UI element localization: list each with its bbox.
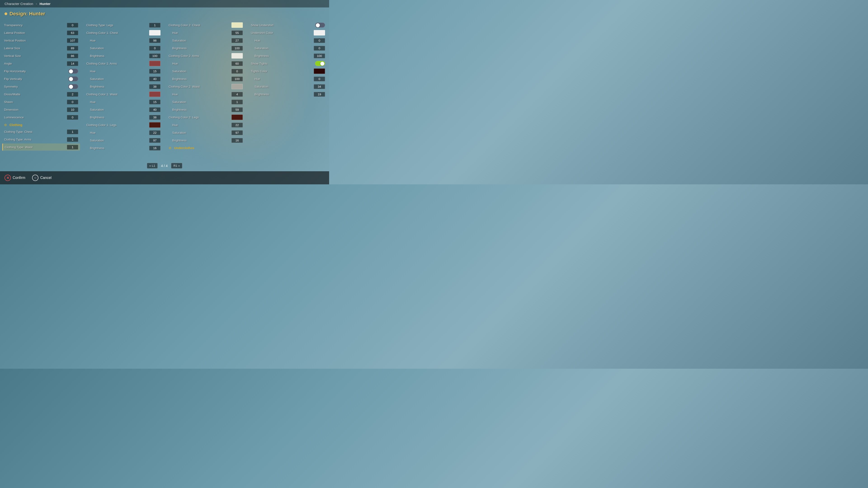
param-value[interactable]: 1	[67, 129, 78, 134]
prev-page-button[interactable]: « L1	[147, 163, 158, 168]
param-value[interactable]: 0	[314, 46, 325, 51]
param-row: Brightness38	[85, 83, 162, 90]
param-value[interactable]: 0	[314, 38, 325, 43]
param-row: Clothing Color 1: Waist	[85, 91, 162, 98]
param-value[interactable]: 40	[149, 107, 160, 112]
color-swatch[interactable]	[231, 84, 243, 89]
param-label: Vertical Size	[4, 54, 67, 58]
param-row: Lateral Size89	[2, 44, 80, 52]
next-arrows: »	[178, 164, 180, 167]
param-value[interactable]: 22	[231, 123, 243, 127]
param-label: Saturation	[251, 46, 314, 50]
param-label: Clothing Color 1: Waist	[86, 93, 149, 96]
breadcrumb-root[interactable]: Character Creation	[4, 2, 33, 6]
param-value[interactable]: 0	[67, 100, 78, 104]
param-value[interactable]: 38	[149, 115, 160, 120]
param-label: Saturation	[168, 100, 231, 104]
param-value[interactable]: 1	[231, 100, 243, 104]
param-value[interactable]: 19	[314, 92, 325, 97]
param-value[interactable]: 100	[231, 76, 243, 81]
color-swatch[interactable]	[231, 115, 243, 120]
param-value[interactable]: 63	[67, 31, 78, 35]
next-page-button[interactable]: R1 »	[171, 163, 182, 168]
param-label: Brightness	[168, 77, 231, 80]
param-row: Transparency0	[2, 22, 80, 29]
param-value[interactable]: 0	[231, 69, 243, 74]
param-value[interactable]: 97	[149, 138, 160, 143]
param-value[interactable]: 1	[67, 137, 78, 142]
param-label: Clothing Color 2: Waist	[168, 85, 231, 88]
param-value[interactable]: 10	[67, 107, 78, 112]
param-value[interactable]: 0	[67, 115, 78, 120]
toggle-knob	[320, 62, 324, 66]
confirm-label: Confirm	[13, 176, 25, 180]
param-value[interactable]: 15	[149, 69, 160, 74]
color-swatch[interactable]	[149, 61, 160, 66]
param-row: Clothing Color 1: Chest	[85, 29, 162, 36]
param-label: Clothing Type: Chest	[4, 130, 67, 133]
param-row: Dimension10	[2, 106, 80, 113]
param-row: Lateral Position63	[2, 29, 80, 36]
color-swatch[interactable]	[231, 53, 243, 59]
toggle-off[interactable]	[68, 84, 78, 89]
confirm-button[interactable]: ✕ Confirm	[4, 175, 25, 181]
param-value[interactable]: 100	[314, 54, 325, 58]
toggle-on[interactable]	[315, 61, 325, 66]
param-value[interactable]: 100	[149, 54, 160, 58]
param-value[interactable]: 86	[67, 54, 78, 58]
param-value[interactable]: 22	[149, 130, 160, 135]
color-swatch[interactable]	[149, 122, 160, 128]
breadcrumb: Character Creation › Hunter	[0, 0, 329, 7]
param-value[interactable]: 98	[149, 38, 160, 43]
param-value[interactable]: 60	[231, 61, 243, 66]
param-row: Brightness38	[85, 113, 162, 121]
param-value[interactable]: 14	[67, 61, 78, 66]
toggle-off[interactable]	[68, 69, 78, 74]
section-label: Clothing	[9, 123, 22, 127]
param-value[interactable]: 34	[314, 84, 325, 89]
param-label: Brightness	[86, 116, 149, 119]
param-value[interactable]: 1	[67, 145, 78, 150]
param-row: Saturation0	[249, 44, 327, 52]
column-4: Show UndershirtUndershirt ColorHue0Satur…	[247, 20, 329, 171]
param-value[interactable]: 27	[231, 38, 243, 43]
color-swatch[interactable]	[149, 30, 160, 35]
cross-icon: ✕	[4, 175, 11, 181]
color-swatch[interactable]	[149, 92, 160, 97]
toggle-knob	[69, 69, 73, 73]
color-swatch[interactable]	[314, 68, 325, 74]
cancel-button[interactable]: ○ Cancel	[32, 175, 52, 181]
param-value[interactable]: 15	[149, 100, 160, 104]
param-label: Saturation	[86, 46, 149, 50]
param-label: Hue	[168, 31, 231, 35]
param-label: Clothing Color 2: Arms	[168, 54, 231, 58]
param-value[interactable]: 16	[231, 138, 243, 143]
param-value[interactable]: 2	[67, 92, 78, 97]
param-value[interactable]: 97	[231, 130, 243, 135]
param-value[interactable]: 0	[67, 23, 78, 28]
param-value[interactable]: 107	[67, 38, 78, 43]
param-value[interactable]: 1	[149, 23, 160, 28]
param-row: Hue4	[167, 91, 245, 98]
param-value[interactable]: 0	[149, 46, 160, 51]
section-label: Underclothes	[174, 146, 194, 150]
param-value[interactable]: 40	[149, 76, 160, 81]
param-value[interactable]: 16	[149, 146, 160, 151]
toggle-knob	[69, 85, 73, 89]
param-row: Saturation97	[167, 129, 245, 136]
param-row: Brightness100	[167, 75, 245, 83]
color-swatch[interactable]	[314, 30, 325, 35]
toggle-off[interactable]	[68, 76, 78, 81]
param-value[interactable]: 89	[67, 46, 78, 51]
param-value[interactable]: 59	[231, 107, 243, 112]
param-value[interactable]: 100	[231, 46, 243, 51]
param-label: Clothing Type: Waist	[5, 145, 67, 149]
param-value[interactable]: 0	[314, 76, 325, 81]
param-row: Hue15	[85, 68, 162, 75]
param-value[interactable]: 55	[231, 31, 243, 35]
param-value[interactable]: 4	[231, 92, 243, 97]
param-label: Lateral Position	[4, 31, 67, 35]
color-swatch[interactable]	[231, 22, 243, 28]
param-value[interactable]: 38	[149, 84, 160, 89]
toggle-off[interactable]	[315, 23, 325, 28]
